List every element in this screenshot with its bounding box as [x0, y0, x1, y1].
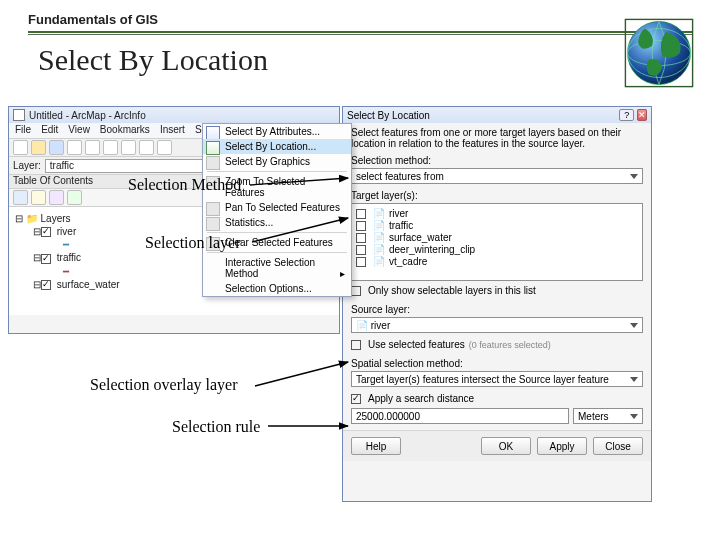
layer-label: traffic: [57, 252, 81, 263]
menuitem-select-by-attributes[interactable]: Select By Attributes...: [203, 124, 351, 139]
menu-file[interactable]: File: [15, 124, 31, 137]
dialog-button-row: Help OK Apply Close: [343, 430, 651, 461]
cut-icon[interactable]: [85, 140, 100, 155]
menuitem-interactive-selection-method[interactable]: Interactive Selection Method ▸: [203, 255, 351, 281]
select-by-location-dialog: Select By Location ? ✕ Select features f…: [342, 106, 652, 502]
checkbox-icon[interactable]: [356, 257, 366, 267]
svg-line-6: [255, 362, 348, 386]
source-layer-value: river: [371, 320, 390, 331]
print-icon[interactable]: [67, 140, 82, 155]
selection-method-value: select features from: [356, 171, 444, 182]
target-layers-listbox[interactable]: 📄river 📄traffic 📄surface_water 📄deer_win…: [351, 203, 643, 281]
menuitem-zoom-to-selected[interactable]: Zoom To Selected Features: [203, 174, 351, 200]
source-layer-combo[interactable]: 📄 river: [351, 317, 643, 333]
use-selected-checkbox[interactable]: [351, 340, 361, 350]
save-icon[interactable]: [49, 140, 64, 155]
menu-edit[interactable]: Edit: [41, 124, 58, 137]
divider: [28, 34, 692, 35]
apply-distance-label: Apply a search distance: [368, 393, 474, 404]
layer-combo-value: traffic: [50, 160, 74, 171]
checkbox-icon[interactable]: [41, 227, 51, 237]
target-layer-name: vt_cadre: [389, 256, 427, 267]
open-icon[interactable]: [31, 140, 46, 155]
target-layer-name: deer_wintering_clip: [389, 244, 475, 255]
distance-units-value: Meters: [578, 411, 609, 422]
help-button[interactable]: Help: [351, 437, 401, 455]
menuitem-statistics[interactable]: Statistics...: [203, 215, 351, 230]
separator: [207, 171, 347, 172]
document-icon: [13, 109, 25, 121]
close-icon[interactable]: ✕: [637, 109, 647, 121]
use-selected-hint: (0 features selected): [469, 340, 551, 350]
target-layers-label: Target layer(s):: [343, 186, 651, 203]
svg-point-0: [628, 22, 691, 85]
apply-button[interactable]: Apply: [537, 437, 587, 455]
toc-root-label: Layers: [41, 213, 71, 224]
slide-title: Select By Location: [38, 43, 692, 77]
menuitem-label: Clear Selected Features: [225, 237, 333, 248]
redo-icon[interactable]: [157, 140, 172, 155]
menu-view[interactable]: View: [68, 124, 90, 137]
slide-header: Fundamentals of GIS Select By Location: [0, 0, 720, 87]
menuitem-pan-to-selected[interactable]: Pan To Selected Features: [203, 200, 351, 215]
target-layer-row[interactable]: 📄vt_cadre: [356, 256, 638, 267]
toc-list-source-icon[interactable]: [31, 190, 46, 205]
menuitem-label: Select By Graphics: [225, 156, 310, 167]
dialog-titlebar: Select By Location ? ✕: [343, 107, 651, 123]
clear-icon: [206, 237, 220, 251]
target-layer-row[interactable]: 📄river: [356, 208, 638, 219]
apply-distance-checkbox[interactable]: [351, 394, 361, 404]
globe-icon: [624, 18, 694, 88]
course-title: Fundamentals of GIS: [28, 12, 692, 27]
distance-units-combo[interactable]: Meters: [573, 408, 643, 424]
distance-value: 25000.000000: [356, 411, 420, 422]
statistics-icon: [206, 217, 220, 231]
menuitem-clear-selected[interactable]: Clear Selected Features: [203, 235, 351, 250]
checkbox-icon[interactable]: [41, 254, 51, 264]
dialog-title: Select By Location: [347, 110, 430, 121]
paste-icon[interactable]: [121, 140, 136, 155]
menu-bookmarks[interactable]: Bookmarks: [100, 124, 150, 137]
menu-insert[interactable]: Insert: [160, 124, 185, 137]
pan-icon: [206, 202, 220, 216]
only-selectable-checkbox[interactable]: [351, 286, 361, 296]
toc-list-selection-icon[interactable]: [67, 190, 82, 205]
selection-method-label: Selection method:: [343, 151, 651, 168]
select-by-attributes-icon: [206, 126, 220, 140]
menuitem-label: Select By Attributes...: [225, 126, 320, 137]
checkbox-icon[interactable]: [41, 280, 51, 290]
checkbox-icon[interactable]: [356, 209, 366, 219]
undo-icon[interactable]: [139, 140, 154, 155]
target-layer-row[interactable]: 📄surface_water: [356, 232, 638, 243]
layer-label: river: [57, 226, 76, 237]
menuitem-selection-options[interactable]: Selection Options...: [203, 281, 351, 296]
menuitem-label: Zoom To Selected Features: [225, 176, 305, 198]
selection-method-combo[interactable]: select features from: [351, 168, 643, 184]
checkbox-icon[interactable]: [356, 233, 366, 243]
distance-input[interactable]: 25000.000000: [351, 408, 569, 424]
toc-list-drawing-icon[interactable]: [13, 190, 28, 205]
checkbox-icon[interactable]: [356, 245, 366, 255]
layer-label: surface_water: [57, 279, 120, 290]
menuitem-label: Select By Location...: [225, 141, 316, 152]
help-icon[interactable]: ?: [619, 109, 634, 121]
menuitem-label: Interactive Selection Method: [225, 257, 315, 279]
close-button[interactable]: Close: [593, 437, 643, 455]
only-selectable-row: Only show selectable layers in this list: [343, 281, 651, 300]
toc-list-visibility-icon[interactable]: [49, 190, 64, 205]
menuitem-label: Statistics...: [225, 217, 273, 228]
target-layer-name: surface_water: [389, 232, 452, 243]
menuitem-select-by-location[interactable]: Select By Location...: [203, 139, 351, 154]
apply-distance-row: Apply a search distance: [343, 389, 651, 408]
copy-icon[interactable]: [103, 140, 118, 155]
menuitem-select-by-graphics[interactable]: Select By Graphics: [203, 154, 351, 169]
layer-label: Layer:: [13, 160, 41, 171]
spatial-method-combo[interactable]: Target layer(s) features intersect the S…: [351, 371, 643, 387]
separator: [207, 232, 347, 233]
target-layer-row[interactable]: 📄deer_wintering_clip: [356, 244, 638, 255]
target-layer-row[interactable]: 📄traffic: [356, 220, 638, 231]
ok-button[interactable]: OK: [481, 437, 531, 455]
selection-dropdown-menu: Select By Attributes... Select By Locati…: [202, 123, 352, 297]
new-doc-icon[interactable]: [13, 140, 28, 155]
checkbox-icon[interactable]: [356, 221, 366, 231]
